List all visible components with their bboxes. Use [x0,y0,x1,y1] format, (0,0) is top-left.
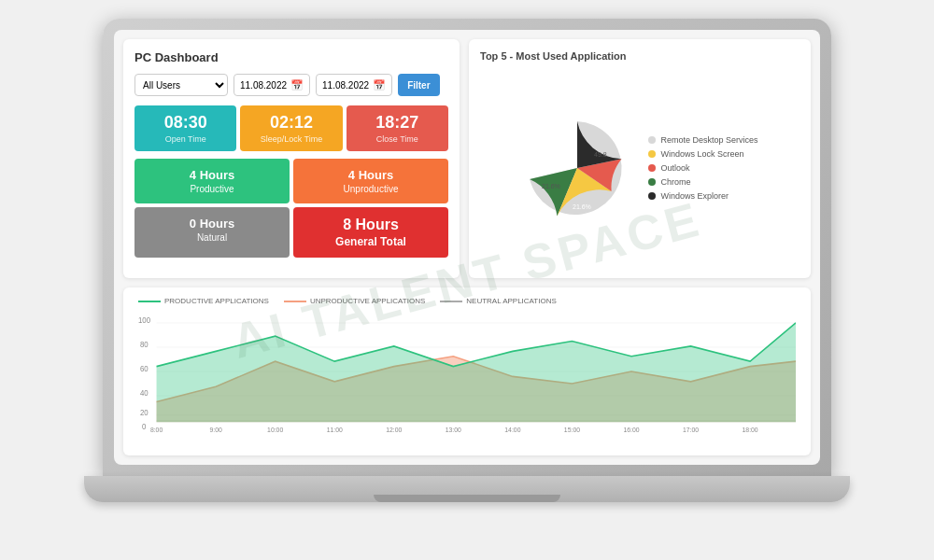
screen-bezel: PC Dashboard All Users 11.08.2022 📅 [103,19,831,476]
sleep-time-card: 02:12 Sleep/Lock Time [240,105,342,151]
svg-text:17:00: 17:00 [683,426,699,432]
pie-chart-svg: 49.8 21.6% 21.6% [521,112,633,224]
legend-dot-explorer [648,192,656,200]
productive-hours: 4 Hours [142,168,282,182]
time-cards: 08:30 Open Time 02:12 Sleep/Lock Time 18… [134,105,448,151]
legend-wls: Windows Lock Screen [648,149,757,159]
sleep-time-value: 02:12 [246,113,336,133]
open-time-value: 08:30 [140,113,231,133]
total-label: General Total [301,235,441,248]
close-time-label: Close Time [352,134,443,144]
filter-button[interactable]: Filter [398,74,439,96]
svg-text:8:00: 8:00 [150,426,163,432]
legend-label-neutral: NEUTRAL APPLICATIONS [466,297,556,305]
screen: PC Dashboard All Users 11.08.2022 📅 [114,30,820,465]
date2-value: 11.08.2022 [322,80,369,91]
svg-text:14:00: 14:00 [504,426,520,432]
natural-card: 0 Hours Natural [134,207,290,258]
top-section: PC Dashboard All Users 11.08.2022 📅 [114,30,820,287]
sleep-time-label: Sleep/Lock Time [246,134,336,144]
natural-hours: 0 Hours [142,217,282,231]
date-input-1[interactable]: 11.08.2022 📅 [234,74,310,96]
svg-text:13:00: 13:00 [446,426,461,432]
legend-bar-neutral [440,301,462,302]
laptop-base [84,476,850,502]
svg-text:15:00: 15:00 [564,426,580,432]
pie-area: 49.8 21.6% 21.6% Remote Desktop Services [480,69,800,267]
natural-label: Natural [142,232,282,243]
legend-bar-unproductive [284,301,306,302]
svg-text:10:00: 10:00 [267,426,283,432]
productive-label: Productive [142,184,282,194]
stats-grid: 4 Hours Productive 4 Hours Unproductive … [134,159,448,258]
unproductive-label: Unproductive [301,184,441,194]
total-hours: 8 Hours [301,217,441,233]
dashboard: PC Dashboard All Users 11.08.2022 📅 [114,30,820,465]
bottom-section: PRODUCTIVE APPLICATIONS UNPRODUCTIVE APP… [123,287,811,455]
legend-bar-productive [138,301,161,302]
legend-explorer: Windows Explorer [648,191,757,201]
unproductive-card: 4 Hours Unproductive [293,159,448,203]
pie-label-1: 49.8 [594,151,607,158]
filter-row: All Users 11.08.2022 📅 11.08.2022 📅 Filt… [134,74,448,96]
legend-label-chrome: Chrome [660,177,690,187]
area-chart-container: 100 80 60 40 20 0 [138,311,796,432]
legend-productive: PRODUCTIVE APPLICATIONS [138,297,269,305]
legend-label-productive: PRODUCTIVE APPLICATIONS [164,297,269,305]
productive-card: 4 Hours Productive [134,159,290,203]
laptop-container: PC Dashboard All Users 11.08.2022 📅 [84,19,850,541]
legend-dot-chrome [648,178,656,186]
legend-dot-wls [648,150,656,158]
svg-text:80: 80 [140,341,149,349]
legend-outlook: Outlook [648,163,757,173]
legend-dot-outlook [648,164,656,172]
svg-text:16:00: 16:00 [623,426,639,432]
open-time-label: Open Time [140,134,231,144]
legend-label-explorer: Windows Explorer [660,191,729,201]
pie-label-3: 21.6% [573,203,591,210]
close-time-card: 18:27 Close Time [347,105,448,151]
calendar-icon-1: 📅 [290,79,304,91]
svg-text:11:00: 11:00 [327,426,343,432]
date1-value: 11.08.2022 [240,80,287,91]
svg-text:0: 0 [142,422,147,430]
svg-text:40: 40 [140,389,149,398]
close-time-value: 18:27 [352,113,443,133]
svg-text:18:00: 18:00 [743,426,758,432]
legend-chrome: Chrome [648,177,757,187]
pie-chart-title: Top 5 - Most Used Application [480,50,800,62]
productive-area [157,323,796,422]
open-time-card: 08:30 Open Time [134,105,236,151]
left-panel: PC Dashboard All Users 11.08.2022 📅 [123,39,460,278]
legend-label-unproductive: UNPRODUCTIVE APPLICATIONS [310,297,425,305]
legend-label-rds: Remote Desktop Services [660,135,757,145]
svg-text:20: 20 [140,408,149,416]
calendar-icon-2: 📅 [373,79,386,91]
chart-legend-row: PRODUCTIVE APPLICATIONS UNPRODUCTIVE APP… [138,297,796,305]
legend-unproductive: UNPRODUCTIVE APPLICATIONS [284,297,425,305]
svg-text:100: 100 [138,316,150,325]
panel-title: PC Dashboard [134,50,448,64]
legend-label-wls: Windows Lock Screen [660,149,743,159]
legend-neutral: NEUTRAL APPLICATIONS [440,297,556,305]
area-chart-svg: 100 80 60 40 20 0 [138,311,796,432]
total-card: 8 Hours General Total [293,207,448,258]
date-input-2[interactable]: 11.08.2022 📅 [316,74,392,96]
legend-dot-rds [648,136,656,144]
legend-rds: Remote Desktop Services [648,135,757,145]
user-select[interactable]: All Users [134,74,228,96]
pie-legend: Remote Desktop Services Windows Lock Scr… [648,135,757,201]
pie-label-2: 21.6% [542,183,560,189]
unproductive-hours: 4 Hours [301,168,441,182]
right-panel: Top 5 - Most Used Application [469,39,811,278]
svg-text:12:00: 12:00 [386,426,402,432]
legend-label-outlook: Outlook [660,163,689,173]
svg-text:60: 60 [140,365,149,373]
svg-text:9:00: 9:00 [209,426,221,432]
